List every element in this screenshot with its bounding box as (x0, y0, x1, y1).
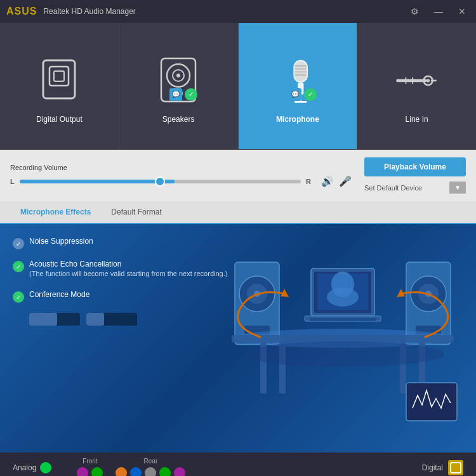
svg-rect-1 (50, 67, 69, 86)
volume-slider-fill (20, 180, 175, 183)
svg-point-6 (176, 74, 180, 77)
check-badge: ✓ (185, 88, 197, 101)
tab-speakers[interactable]: 💬 ✓ Speakers (119, 23, 239, 149)
rear-dot-green[interactable] (159, 467, 171, 477)
conf-slider-1[interactable] (29, 313, 80, 326)
digital-output-icon (34, 49, 84, 112)
line-in-icon (392, 49, 442, 112)
tab-microphone[interactable]: 💬 ✓ Microphone (239, 23, 358, 149)
line-in-label: Line In (406, 115, 428, 124)
default-device-row: Set Default Device ▼ (364, 182, 466, 194)
acoustic-echo-item: ✓ Acoustic Echo Cancellation (The functi… (13, 260, 463, 277)
conference-mode-item: ✓ Conference Mode (13, 290, 463, 303)
rear-dot-purple[interactable] (174, 467, 185, 477)
conf-slider-2[interactable] (86, 313, 137, 326)
mic-chat-badge: 💬 (289, 88, 301, 101)
tab-digital-output[interactable]: Digital Output (0, 23, 119, 149)
tab-line-in[interactable]: Line In (357, 23, 476, 149)
chat-badge: 💬 (169, 88, 182, 101)
conference-sliders (29, 313, 463, 326)
front-dot-green[interactable] (91, 467, 103, 477)
acoustic-echo-check[interactable]: ✓ (13, 261, 24, 272)
close-button[interactable]: ✕ (454, 5, 470, 18)
controls-section: Recording Volume L R 🔊 🎤 Playback Volume… (0, 150, 476, 201)
svg-point-49 (241, 341, 444, 367)
titlebar-left: ASUS Realtek HD Audio Manager (6, 6, 136, 17)
noise-suppression-label: Noise Suppression (29, 237, 93, 246)
effects-tabs: Microphone Effects Default Format (0, 201, 476, 224)
mic-badges: 💬 ✓ (289, 88, 317, 101)
slider-row: L R 🔊 🎤 (10, 175, 352, 187)
tab-default-format[interactable]: Default Format (101, 201, 171, 224)
microphone-label: Microphone (276, 115, 319, 124)
tab-microphone-effects[interactable]: Microphone Effects (10, 201, 101, 224)
digital-label: Digital (422, 463, 443, 472)
effects-panel: ✓ Noise Suppression ✓ Acoustic Echo Canc… (0, 224, 476, 453)
conf-slider-2-fill (86, 313, 104, 326)
playback-volume-button[interactable]: Playback Volume (364, 157, 466, 176)
analog-dot-green[interactable] (40, 462, 51, 473)
minimize-button[interactable]: — (430, 5, 447, 18)
default-device-label: Set Default Device (364, 184, 447, 192)
asus-logo: ASUS (6, 6, 37, 17)
effects-list: ✓ Noise Suppression ✓ Acoustic Echo Canc… (13, 237, 463, 326)
volume-slider-thumb[interactable] (155, 176, 165, 187)
digital-icon[interactable] (448, 460, 463, 475)
front-dot-purple[interactable] (77, 467, 88, 477)
slider-right-label: R (306, 178, 311, 185)
front-ports: Front (77, 458, 103, 477)
volume-control: Recording Volume L R 🔊 🎤 (10, 164, 352, 187)
front-rear-section: Front Rear (77, 458, 185, 477)
svg-rect-2 (54, 71, 64, 81)
microphone-icon: 💬 ✓ (272, 49, 323, 112)
settings-button[interactable]: ⚙ (407, 5, 423, 18)
titlebar-controls: ⚙ — ✕ (407, 5, 470, 18)
volume-label: Recording Volume (10, 164, 352, 171)
volume-mic-icon[interactable]: 🎤 (339, 175, 352, 187)
conf-slider-1-fill (29, 313, 57, 326)
digital-section: Digital (422, 460, 463, 475)
acoustic-echo-label: Acoustic Echo Cancellation (29, 260, 227, 268)
acoustic-echo-subtext: (The function will become valid starting… (29, 270, 227, 277)
analog-label: Analog (13, 463, 36, 472)
volume-slider-track[interactable] (20, 180, 301, 183)
rear-label: Rear (144, 458, 158, 465)
speakers-label: Speakers (162, 115, 195, 124)
speakers-icon: 💬 ✓ (153, 49, 204, 112)
front-dots (77, 467, 103, 477)
speakers-badges: 💬 ✓ (169, 88, 197, 101)
rear-dot-blue[interactable] (130, 467, 142, 477)
right-controls: Playback Volume Set Default Device ▼ (364, 157, 466, 194)
svg-rect-10 (294, 61, 307, 81)
svg-rect-52 (453, 465, 459, 471)
rear-dot-gray[interactable] (145, 467, 156, 477)
noise-suppression-item: ✓ Noise Suppression (13, 237, 463, 249)
mic-check-badge: ✓ (304, 88, 317, 101)
acoustic-echo-text: Acoustic Echo Cancellation (The function… (29, 260, 227, 277)
analog-section: Analog (13, 462, 51, 473)
conference-mode-label: Conference Mode (29, 290, 89, 299)
volume-speaker-icon[interactable]: 🔊 (321, 175, 334, 187)
conference-mode-check[interactable]: ✓ (13, 291, 24, 303)
slider-left-label: L (10, 178, 15, 185)
digital-output-label: Digital Output (36, 115, 83, 124)
titlebar: ASUS Realtek HD Audio Manager ⚙ — ✕ (0, 0, 476, 23)
front-label: Front (83, 458, 97, 465)
conference-mode-text: Conference Mode (29, 290, 89, 299)
volume-icons: 🔊 🎤 (321, 175, 352, 187)
status-bar: Analog Front Rear Digital (0, 453, 476, 476)
app-title: Realtek HD Audio Manager (43, 7, 135, 16)
rear-ports: Rear (116, 458, 185, 477)
noise-suppression-check[interactable]: ✓ (13, 238, 24, 249)
default-device-dropdown[interactable]: ▼ (449, 182, 466, 194)
rear-dot-orange[interactable] (116, 467, 127, 477)
svg-point-20 (426, 79, 430, 82)
noise-suppression-text: Noise Suppression (29, 237, 93, 246)
device-tabs: Digital Output 💬 ✓ Speakers (0, 23, 476, 150)
rear-dots (116, 467, 185, 477)
